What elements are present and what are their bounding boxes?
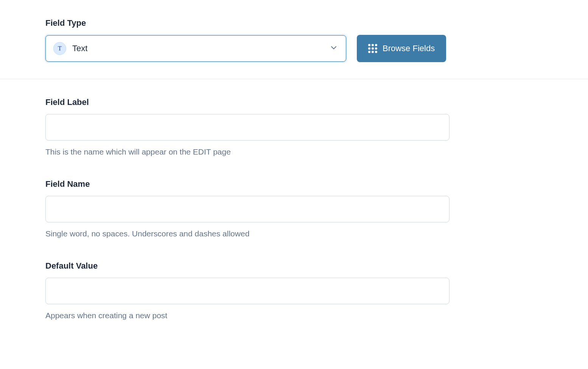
field-name-help: Single word, no spaces. Underscores and …: [45, 229, 543, 238]
default-value-input[interactable]: [45, 278, 450, 304]
field-label-input[interactable]: [45, 114, 450, 141]
field-type-label: Field Type: [45, 18, 543, 28]
field-label-help: This is the name which will appear on th…: [45, 147, 543, 156]
field-label-label: Field Label: [45, 97, 543, 107]
text-type-icon: T: [53, 42, 66, 55]
field-name-label: Field Name: [45, 179, 543, 189]
field-type-select[interactable]: T Text: [45, 35, 346, 62]
chevron-down-icon: [329, 43, 338, 54]
browse-fields-button[interactable]: Browse Fields: [357, 35, 446, 62]
field-name-input[interactable]: [45, 196, 450, 222]
grid-icon: [368, 44, 377, 53]
default-value-label: Default Value: [45, 261, 543, 271]
field-type-selected-value: Text: [72, 44, 329, 53]
default-value-help: Appears when creating a new post: [45, 311, 543, 320]
browse-fields-label: Browse Fields: [383, 44, 435, 53]
